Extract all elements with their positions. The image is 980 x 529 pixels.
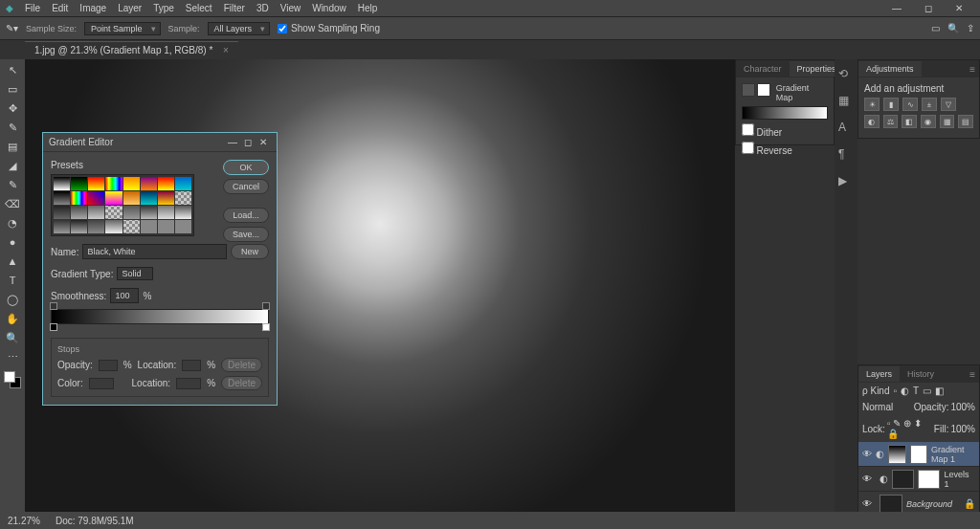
adj-bw[interactable]: ◧ — [902, 115, 917, 128]
tool-shape[interactable]: ◯ — [2, 291, 23, 308]
window-close-icon[interactable]: ✕ — [955, 3, 963, 13]
tool-crop[interactable]: ✎ — [2, 119, 23, 136]
reverse-checkbox[interactable] — [742, 142, 754, 154]
filter-shape-icon[interactable]: ▭ — [923, 386, 931, 396]
color-stop-right[interactable] — [262, 323, 270, 331]
adj-brightness[interactable]: ☀ — [864, 98, 880, 111]
filter-pixel-icon[interactable]: ▫ — [893, 386, 897, 396]
preset-swatch[interactable] — [54, 220, 70, 233]
dialog-maximize-icon[interactable]: ◻ — [240, 137, 256, 147]
adj-photo[interactable]: ◉ — [921, 115, 936, 128]
fill-value[interactable]: 100% — [950, 424, 975, 434]
dialog-titlebar[interactable]: Gradient Editor — ◻ ✕ — [43, 133, 277, 152]
sample-select[interactable]: All Layers — [208, 22, 271, 35]
stop-location2-input[interactable] — [176, 378, 201, 389]
tool-pen[interactable]: ▲ — [2, 253, 23, 270]
adj-curves[interactable]: ∿ — [902, 98, 918, 111]
menu-edit[interactable]: Edit — [52, 3, 68, 13]
adj-vibrance[interactable]: ▽ — [941, 98, 956, 111]
preset-swatch[interactable] — [158, 206, 174, 219]
ok-button[interactable]: OK — [223, 160, 269, 175]
opacity-value[interactable]: 100% — [950, 402, 975, 412]
menu-filter[interactable]: Filter — [224, 3, 245, 13]
preset-swatch[interactable] — [158, 220, 174, 233]
visibility-icon[interactable]: 👁 — [862, 498, 876, 509]
preset-swatch[interactable] — [54, 177, 70, 190]
name-input[interactable] — [82, 244, 227, 259]
lock-icons[interactable]: ▫ ✎ ⊕ ⬍ 🔒 — [887, 418, 932, 439]
preset-swatch[interactable] — [123, 220, 140, 233]
preset-swatch[interactable] — [123, 206, 140, 219]
preset-swatch[interactable] — [141, 220, 157, 233]
preset-swatch[interactable] — [175, 177, 191, 190]
adj-hue[interactable]: ◐ — [864, 115, 880, 128]
tool-hand[interactable]: ✋ — [2, 310, 23, 327]
show-ring-checkbox[interactable] — [278, 24, 287, 33]
stop-opacity-input[interactable] — [99, 360, 118, 371]
preset-swatch[interactable] — [88, 191, 104, 205]
menu-file[interactable]: File — [25, 3, 40, 13]
preset-swatch[interactable] — [71, 177, 87, 190]
preset-swatch[interactable] — [175, 220, 191, 233]
new-button[interactable]: New — [231, 244, 269, 259]
search-icon[interactable]: 🔍 — [947, 23, 959, 33]
tab-character[interactable]: Character — [736, 61, 790, 77]
preset-swatch[interactable] — [141, 177, 157, 190]
gradient-type-select[interactable]: Solid — [117, 267, 153, 280]
opacity-stop-left[interactable] — [50, 302, 57, 310]
filter-type-icon[interactable]: T — [913, 386, 919, 396]
preset-swatch[interactable] — [141, 206, 157, 219]
tool-frame[interactable]: ▤ — [2, 138, 23, 155]
preset-swatch[interactable] — [54, 206, 70, 219]
dither-checkbox[interactable] — [742, 123, 754, 136]
window-restore-icon[interactable]: ◻ — [924, 3, 932, 13]
document-tab[interactable]: 1.jpg @ 21.3% (Gradient Map 1, RGB/8) * … — [25, 41, 238, 58]
menu-select[interactable]: Select — [186, 3, 212, 13]
menu-view[interactable]: View — [280, 3, 301, 13]
window-minimize-icon[interactable]: — — [892, 3, 902, 13]
save-button[interactable]: Save... — [223, 227, 269, 242]
preset-swatch[interactable] — [175, 191, 191, 205]
menu-3d[interactable]: 3D — [256, 3, 269, 13]
stop-color-input[interactable] — [89, 378, 114, 389]
preset-swatch[interactable] — [105, 206, 122, 219]
preset-swatch[interactable] — [71, 191, 87, 205]
visibility-icon[interactable]: 👁 — [862, 474, 876, 484]
preset-swatch[interactable] — [88, 206, 104, 219]
opacity-stop-right[interactable] — [262, 302, 270, 310]
dialog-close-icon[interactable]: ✕ — [256, 137, 271, 147]
play-icon[interactable]: ▶ — [838, 174, 854, 189]
dialog-minimize-icon[interactable]: — — [225, 137, 240, 147]
tool-eraser[interactable]: ⌫ — [2, 195, 23, 212]
preset-swatch[interactable] — [175, 206, 191, 219]
preset-swatch[interactable] — [54, 191, 70, 205]
adj-exposure[interactable]: ± — [922, 98, 937, 111]
tool-more[interactable]: ⋯ — [2, 348, 23, 365]
preset-swatch[interactable] — [71, 220, 87, 233]
tool-lasso[interactable]: ✥ — [2, 99, 23, 117]
tool-move[interactable]: ↖ — [2, 61, 23, 78]
preset-swatch[interactable] — [71, 206, 87, 219]
filter-adj-icon[interactable]: ◐ — [901, 386, 909, 396]
preset-swatch[interactable] — [105, 191, 122, 205]
visibility-icon[interactable]: 👁 — [862, 449, 872, 459]
doc-info[interactable]: Doc: 79.8M/95.1M — [56, 516, 134, 526]
menu-layer[interactable]: Layer — [118, 3, 142, 13]
tab-history[interactable]: History — [900, 366, 942, 382]
tool-type[interactable]: T — [2, 272, 23, 289]
foreground-color[interactable] — [4, 371, 15, 383]
menu-window[interactable]: Window — [312, 3, 346, 13]
zoom-level[interactable]: 21.27% — [8, 516, 40, 526]
history-icon[interactable]: ⟲ — [838, 67, 854, 82]
preset-swatch[interactable] — [123, 177, 140, 190]
tab-layers[interactable]: Layers — [858, 366, 900, 382]
tool-preset-icon[interactable]: ✎▾ — [6, 23, 18, 33]
share-icon[interactable]: ⇪ — [967, 23, 974, 33]
color-swatches[interactable] — [4, 371, 21, 388]
preset-swatch[interactable] — [123, 191, 140, 205]
preset-swatch[interactable] — [88, 220, 104, 233]
panel-menu-icon[interactable]: ≡ — [969, 64, 975, 75]
preset-swatch[interactable] — [158, 177, 174, 190]
type-icon[interactable]: A — [838, 121, 854, 136]
paragraph-icon[interactable]: ¶ — [838, 147, 854, 163]
